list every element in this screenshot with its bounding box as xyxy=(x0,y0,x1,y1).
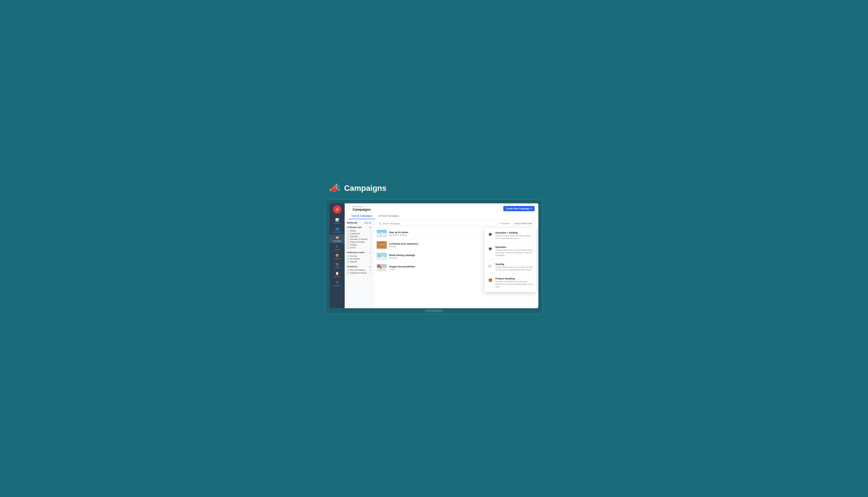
sidebar-item-libraries[interactable]: 📋 Libraries xyxy=(330,270,345,279)
filter-expertvoice-studios-checkbox[interactable] xyxy=(347,272,349,274)
sidebar-item-analytics[interactable]: 📊 Analytics xyxy=(330,216,345,226)
seeding-icon: 🛒 xyxy=(487,263,493,269)
svg-rect-0 xyxy=(377,230,387,237)
header-title-group: ExpertVoice Campaigns xyxy=(353,205,371,212)
filter-education-seeding: Education & Seeding 1 xyxy=(347,238,371,241)
sidebar-item-products[interactable]: 📦 Products xyxy=(330,252,345,261)
filter-section-publication-status: Publication status ▲ Running 2 Not Start… xyxy=(347,251,371,263)
libraries-icon: 📋 xyxy=(335,271,339,275)
filter-seeding-checkbox[interactable] xyxy=(347,244,349,246)
filter-running-checkbox[interactable] xyxy=(347,255,349,257)
create-new-campaign-button[interactable]: Create New Campaign xyxy=(503,206,535,211)
sidebar-label-curate: Curate xyxy=(335,249,340,251)
app-header: ← ExpertVoice Campaigns Create New Campa… xyxy=(345,203,538,219)
dropdown-seeding-content: Seeding Provide experts with access to d… xyxy=(495,263,533,271)
filter-seeding-label: Seeding xyxy=(350,244,357,246)
sidebar-label-communities: Communities xyxy=(332,231,342,233)
filter-not-started-checkbox[interactable] xyxy=(347,258,349,260)
filter-survey-checkbox[interactable] xyxy=(347,247,349,249)
dropdown-item-product-sampling[interactable]: 🎁 Product Sampling Generate social aware… xyxy=(484,275,536,290)
filter-red-leaf-label: Red Leaf Outfitters xyxy=(350,269,366,271)
filter-stopped-count: 3 xyxy=(370,261,371,263)
dropdown-item-seeding[interactable]: 🛒 Seeding Provide experts with access to… xyxy=(484,261,536,273)
outer-background: 📣 Campaigns ⚡ 📊 Analytics 👥 Communities … xyxy=(322,179,546,318)
dropdown-product-sampling-desc: Generate social awareness about your pro… xyxy=(495,280,533,288)
filter-activity-label: Activity xyxy=(350,230,356,232)
dropdown-item-education-seeding[interactable]: 🎓 Education + Seeding Educate experts ab… xyxy=(484,229,536,242)
filter-education: Education 1 xyxy=(347,235,371,238)
sidebar-item-campaigns[interactable]: 📢 Campaigns xyxy=(330,235,345,243)
filter-education-label: Education xyxy=(350,236,358,238)
svg-line-5 xyxy=(380,234,381,236)
sidebar-item-content[interactable]: 🖼 Content xyxy=(330,261,345,270)
filter-education-checkbox[interactable] xyxy=(347,236,349,238)
sidebar-item-curate[interactable]: 🗒 Curate xyxy=(330,243,345,252)
tab-archived-campaigns[interactable]: Archived Campaigns xyxy=(375,213,402,219)
publication-status-header[interactable]: Publication status ▲ xyxy=(347,251,371,254)
filter-customized-checkbox[interactable] xyxy=(347,233,349,235)
thumb-winter-svg xyxy=(377,230,387,237)
filter-product-sampling-count: 1 xyxy=(370,241,371,243)
sidebar-label-campaigns: Campaigns xyxy=(333,240,341,242)
clear-all-button[interactable]: Clear All xyxy=(364,222,371,224)
dropdown-education-content: Education Provide experts with access to… xyxy=(495,246,533,257)
filter-activity-checkbox[interactable] xyxy=(347,230,349,232)
dropdown-seeding-title: Seeding xyxy=(495,263,533,266)
filter-survey-count: 1 xyxy=(370,247,371,249)
breadcrumb: ExpertVoice xyxy=(353,205,371,208)
filter-red-leaf-count: 5 xyxy=(370,269,371,271)
filter-education-count: 1 xyxy=(370,236,371,238)
campaign-thumb-gear-up xyxy=(377,230,387,237)
curate-icon: 🗒 xyxy=(336,245,339,248)
filter-customized: Customized 1 xyxy=(347,232,371,235)
campaigns-icon: 📢 xyxy=(335,236,339,240)
back-button[interactable]: ← xyxy=(348,207,351,210)
filter-activity: Activity 1 xyxy=(347,229,371,232)
svg-line-6 xyxy=(381,235,381,235)
sidebar-item-communities[interactable]: 👥 Communities xyxy=(330,226,345,235)
created-by-title: Created by xyxy=(347,265,358,268)
filter-stopped-checkbox[interactable] xyxy=(347,261,349,263)
dropdown-education-seeding-desc: Educate experts about your latest produc… xyxy=(495,235,533,240)
sidebar-item-configure[interactable]: ⚙ Configure xyxy=(330,279,345,288)
products-icon: 📦 xyxy=(335,254,339,257)
tab-current-campaigns[interactable]: Current Campaigns xyxy=(348,213,375,219)
filter-survey: Survey 1 xyxy=(347,246,371,249)
dropdown-item-education[interactable]: 🎓 Education Provide experts with access … xyxy=(484,244,536,259)
filter-red-leaf-checkbox[interactable] xyxy=(347,269,349,271)
filter-survey-label: Survey xyxy=(350,247,356,249)
filter-education-seeding-label: Education & Seeding xyxy=(350,238,367,240)
sidebar-label-configure: Configure xyxy=(333,285,341,286)
laptop-trackpad xyxy=(425,310,443,312)
page-bg-title: Campaigns xyxy=(344,184,386,193)
tabs: Current Campaigns Archived Campaigns xyxy=(348,213,535,219)
sort-button[interactable]: Sort by Creation Date - xyxy=(512,221,535,226)
filters-header: Refine By Clear All xyxy=(347,222,371,224)
header-left: ← ExpertVoice Campaigns xyxy=(348,205,371,212)
filter-section-campaign-type: Campaign type ▲ Activity 1 Customized xyxy=(347,226,371,249)
filter-not-started: Not Started 2 xyxy=(347,257,371,260)
created-by-header[interactable]: Created by ▲ xyxy=(347,265,371,268)
sidebar-label-content: Content xyxy=(334,267,340,269)
laptop-screen: ⚡ 📊 Analytics 👥 Communities 📢 Campaigns … xyxy=(330,203,538,308)
page-header-area: 📣 Campaigns xyxy=(325,183,543,194)
campaign-type-header[interactable]: Campaign type ▲ xyxy=(347,226,371,228)
search-box[interactable]: 🔍 xyxy=(377,221,497,226)
campaign-thumb-imagine: ⚡ xyxy=(377,264,387,271)
content-icon: 🖼 xyxy=(336,263,339,266)
sidebar-label-products: Products xyxy=(334,258,341,260)
filter-product-sampling-checkbox[interactable] xyxy=(347,241,349,243)
campaign-thumb-customize xyxy=(377,241,387,249)
dropdown-education-seeding-title: Education + Seeding xyxy=(495,231,533,234)
search-input[interactable] xyxy=(383,223,495,225)
laptop-frame: ⚡ 📊 Analytics 👥 Communities 📢 Campaigns … xyxy=(325,199,543,314)
sidebar: ⚡ 📊 Analytics 👥 Communities 📢 Campaigns … xyxy=(330,203,345,308)
campaign-badge-imagine: ⚡ xyxy=(377,265,380,268)
filter-education-seeding-checkbox[interactable] xyxy=(347,238,349,240)
sidebar-label-analytics: Analytics xyxy=(334,222,341,224)
dropdown-education-desc: Provide experts with access to lessons a… xyxy=(495,249,533,257)
body-layout: Refine By Clear All Campaign type ▲ xyxy=(345,219,538,308)
laptop-bottom xyxy=(330,308,538,313)
filter-seeding: Seeding 1 xyxy=(347,243,371,246)
filter-product-sampling: Product Sampling 1 xyxy=(347,241,371,243)
